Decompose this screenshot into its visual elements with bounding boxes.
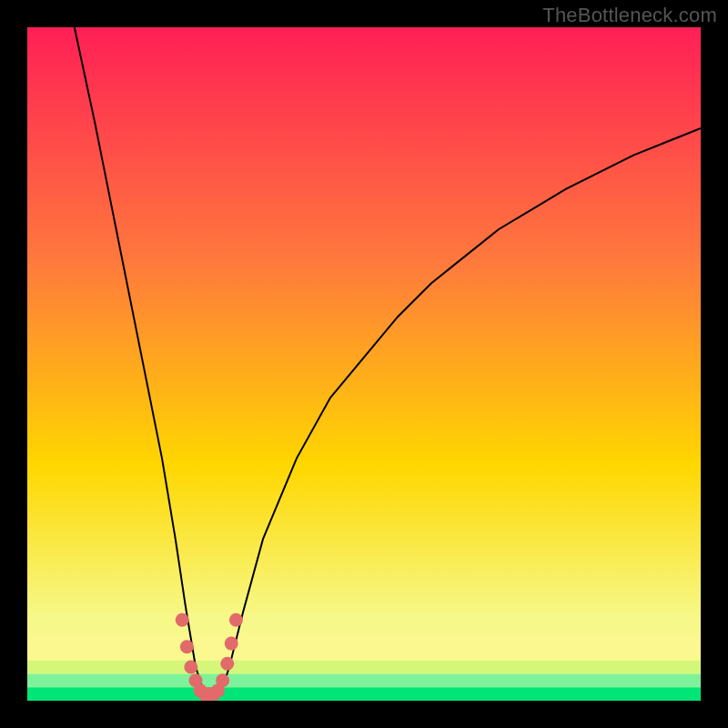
optimal-dot bbox=[229, 613, 243, 627]
band bbox=[27, 661, 701, 674]
watermark-label: TheBottleneck.com bbox=[542, 4, 717, 27]
bottleneck-chart bbox=[27, 27, 701, 701]
optimal-dot bbox=[176, 613, 189, 627]
bottom-bands bbox=[27, 633, 701, 701]
optimal-dot bbox=[184, 661, 197, 674]
optimal-dot bbox=[180, 640, 194, 653]
plot-area bbox=[27, 27, 701, 701]
chart-container: TheBottleneck.com bbox=[0, 0, 728, 728]
optimal-dot bbox=[220, 657, 234, 671]
band bbox=[27, 673, 701, 687]
gradient-background bbox=[27, 27, 701, 701]
optimal-dot bbox=[225, 637, 238, 651]
band bbox=[27, 633, 701, 661]
optimal-dot bbox=[216, 673, 229, 687]
band bbox=[27, 687, 701, 701]
